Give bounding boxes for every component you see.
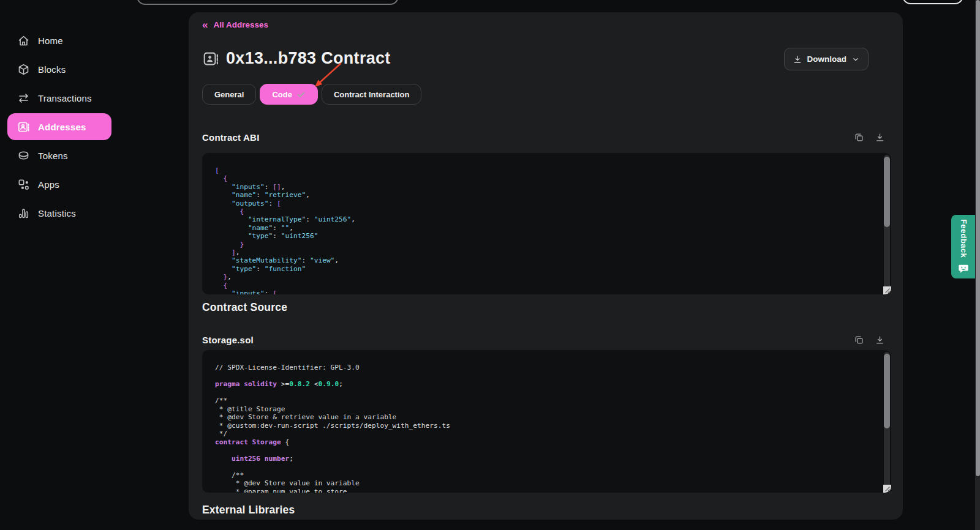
source-file-title: Storage.sol (202, 335, 254, 345)
sidebar-nav: Home Blocks Transactions Addresses Token… (7, 27, 111, 228)
sidebar-item-label: Tokens (38, 151, 68, 161)
sidebar-item-apps[interactable]: Apps (7, 171, 111, 198)
tokens-icon (17, 149, 30, 162)
source-scrollbar-track[interactable] (884, 352, 890, 491)
download-button-label: Download (807, 54, 847, 64)
tab-label: Contract Interaction (334, 90, 410, 99)
copy-source-icon[interactable] (854, 335, 864, 345)
back-chevrons-icon: « (202, 21, 208, 29)
tab-label: Code (272, 90, 292, 99)
contract-abi-code-block[interactable]: [ { "inputs": [], "name": "retrieve", "o… (202, 153, 891, 294)
source-code: // SPDX-License-Identifier: GPL-3.0 prag… (202, 350, 891, 493)
title-row: 0x13...b783 Contract (202, 49, 391, 68)
abi-scrollbar-thumb[interactable] (884, 157, 890, 227)
apps-icon (17, 178, 30, 191)
feedback-smiley-icon (958, 263, 969, 274)
tabs: General Code Contract Interaction (202, 84, 421, 105)
tab-code[interactable]: Code (260, 84, 318, 105)
feedback-label: Feedback (959, 219, 968, 258)
contract-source-title: Contract Source (202, 301, 287, 314)
download-source-icon[interactable] (875, 335, 885, 345)
sidebar-item-label: Addresses (38, 122, 86, 132)
page-title: 0x13...b783 Contract (226, 49, 391, 68)
sidebar-item-label: Statistics (38, 208, 76, 218)
contract-abi-header: Contract ABI (202, 132, 885, 143)
external-libraries-title: External Libraries (202, 504, 295, 517)
sidebar-item-blocks[interactable]: Blocks (7, 56, 111, 83)
chevron-down-icon (851, 55, 860, 64)
tab-contract-interaction[interactable]: Contract Interaction (322, 84, 422, 105)
feedback-button[interactable]: Feedback (951, 215, 976, 278)
download-button[interactable]: Download (784, 48, 869, 70)
breadcrumb-label: All Addresses (213, 20, 268, 29)
source-scrollbar-thumb[interactable] (884, 354, 890, 428)
tab-label: General (214, 90, 244, 99)
breadcrumb-all-addresses[interactable]: « All Addresses (202, 20, 268, 29)
sidebar-item-transactions[interactable]: Transactions (7, 84, 111, 111)
tab-general[interactable]: General (202, 84, 256, 105)
contract-abi-title: Contract ABI (202, 132, 260, 143)
source-resize-handle[interactable] (883, 485, 891, 493)
abi-code: [ { "inputs": [], "name": "retrieve", "o… (202, 153, 891, 294)
search-input[interactable] (137, 0, 399, 5)
top-right-button[interactable] (902, 0, 963, 4)
main-panel: « All Addresses 0x13...b783 Contract Dow… (189, 12, 903, 520)
addresses-icon (17, 121, 30, 133)
sidebar-item-label: Transactions (38, 93, 92, 103)
home-icon (17, 34, 30, 47)
sidebar-item-statistics[interactable]: Statistics (7, 200, 111, 226)
source-file-header: Storage.sol (202, 335, 885, 345)
contract-source-code-block[interactable]: // SPDX-License-Identifier: GPL-3.0 prag… (202, 350, 891, 493)
transactions-icon (17, 92, 30, 105)
checkmark-icon (296, 90, 306, 99)
contact-card-icon (202, 50, 219, 67)
sidebar-item-addresses[interactable]: Addresses (7, 113, 111, 140)
sidebar-item-label: Apps (38, 179, 59, 190)
sidebar-item-label: Blocks (38, 64, 66, 75)
sidebar-item-tokens[interactable]: Tokens (7, 142, 111, 169)
sidebar-item-home[interactable]: Home (7, 27, 111, 54)
statistics-icon (17, 207, 30, 220)
abi-scrollbar-track[interactable] (884, 155, 890, 293)
window-scrollbar-track[interactable] (975, 0, 980, 530)
abi-resize-handle[interactable] (883, 286, 891, 294)
sidebar-item-label: Home (38, 35, 63, 46)
copy-abi-icon[interactable] (854, 132, 864, 143)
blocks-icon (17, 63, 30, 76)
download-abi-icon[interactable] (875, 132, 885, 143)
window-scrollbar-thumb[interactable] (976, 0, 980, 476)
download-icon (793, 54, 802, 64)
